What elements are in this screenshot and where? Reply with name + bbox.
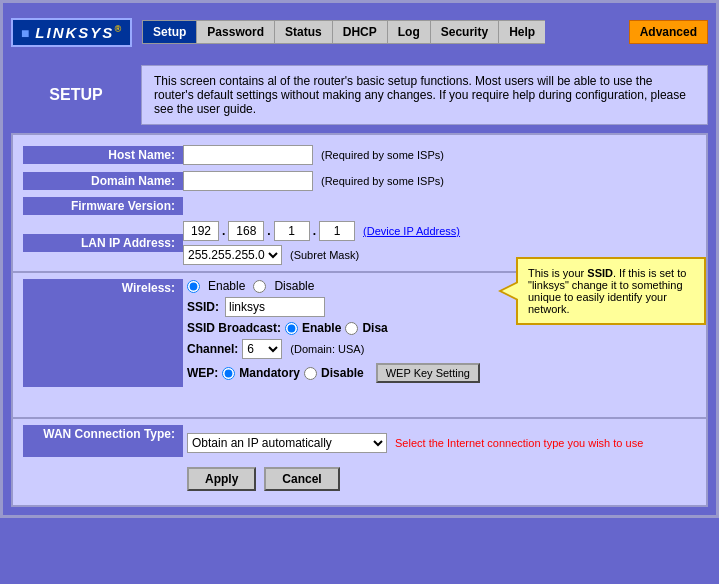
tab-help[interactable]: Help xyxy=(498,20,545,44)
channel-note: (Domain: USA) xyxy=(290,343,364,355)
domain-name-label: Domain Name: xyxy=(23,172,183,190)
host-name-label: Host Name: xyxy=(23,146,183,164)
wan-note: Select the Internet connection type you … xyxy=(395,437,643,449)
ssid-input[interactable] xyxy=(225,297,325,317)
tab-dhcp[interactable]: DHCP xyxy=(332,20,387,44)
tooltip-text: This is your SSID. If this is set to "li… xyxy=(528,267,686,315)
tab-setup[interactable]: Setup xyxy=(142,20,196,44)
wireless-disable-radio[interactable] xyxy=(253,280,266,293)
tab-log[interactable]: Log xyxy=(387,20,430,44)
ssid-broadcast-disable-label: Disa xyxy=(362,321,387,335)
tab-security[interactable]: Security xyxy=(430,20,498,44)
ssid-label: SSID: xyxy=(187,300,219,314)
linksys-logo: ■ LINKSYS® xyxy=(11,18,132,47)
domain-name-input[interactable] xyxy=(183,171,313,191)
wep-key-button[interactable]: WEP Key Setting xyxy=(376,363,480,383)
domain-name-note: (Required by some ISPs) xyxy=(321,175,444,187)
ip-octet-3[interactable] xyxy=(274,221,310,241)
ip-octet-2[interactable] xyxy=(228,221,264,241)
cancel-button[interactable]: Cancel xyxy=(264,467,339,491)
nav-bar: Setup Password Status DHCP Log Security … xyxy=(142,20,708,44)
wireless-disable-label: Disable xyxy=(274,279,314,293)
device-ip-label: (Device IP Address) xyxy=(363,225,460,237)
setup-description: This screen contains al of the router's … xyxy=(141,65,708,125)
tab-advanced[interactable]: Advanced xyxy=(629,20,708,44)
ssid-broadcast-disable-radio[interactable] xyxy=(345,322,358,335)
wireless-enable-label: Enable xyxy=(208,279,245,293)
wep-label: WEP: xyxy=(187,366,218,380)
firmware-label: Firmware Version: xyxy=(23,197,183,215)
ip-octet-4[interactable] xyxy=(319,221,355,241)
ip-octet-1[interactable] xyxy=(183,221,219,241)
wep-disable-label: Disable xyxy=(321,366,364,380)
tab-status[interactable]: Status xyxy=(274,20,332,44)
apply-button[interactable]: Apply xyxy=(187,467,256,491)
ssid-broadcast-label: SSID Broadcast: xyxy=(187,321,281,335)
ssid-tooltip: This is your SSID. If this is set to "li… xyxy=(516,257,706,325)
host-name-input[interactable] xyxy=(183,145,313,165)
subnet-select[interactable]: 255.255.255.0 xyxy=(183,245,282,265)
lan-ip-label: LAN IP Address: xyxy=(23,234,183,252)
ssid-broadcast-enable-radio[interactable] xyxy=(285,322,298,335)
subnet-note: (Subret Mask) xyxy=(290,249,359,261)
ssid-broadcast-enable-label: Enable xyxy=(302,321,341,335)
wan-type-select[interactable]: Obtain an IP automatically xyxy=(187,433,387,453)
wireless-enable-radio[interactable] xyxy=(187,280,200,293)
wireless-label: Wireless: xyxy=(23,279,183,387)
channel-label: Channel: xyxy=(187,342,238,356)
setup-label: SETUP xyxy=(11,65,141,125)
wep-disable-radio[interactable] xyxy=(304,367,317,380)
wep-mandatory-label: Mandatory xyxy=(239,366,300,380)
tab-password[interactable]: Password xyxy=(196,20,274,44)
host-name-note: (Required by some ISPs) xyxy=(321,149,444,161)
channel-select[interactable]: 6 xyxy=(242,339,282,359)
wep-mandatory-radio[interactable] xyxy=(222,367,235,380)
wan-label: WAN Connection Type: xyxy=(23,425,183,457)
